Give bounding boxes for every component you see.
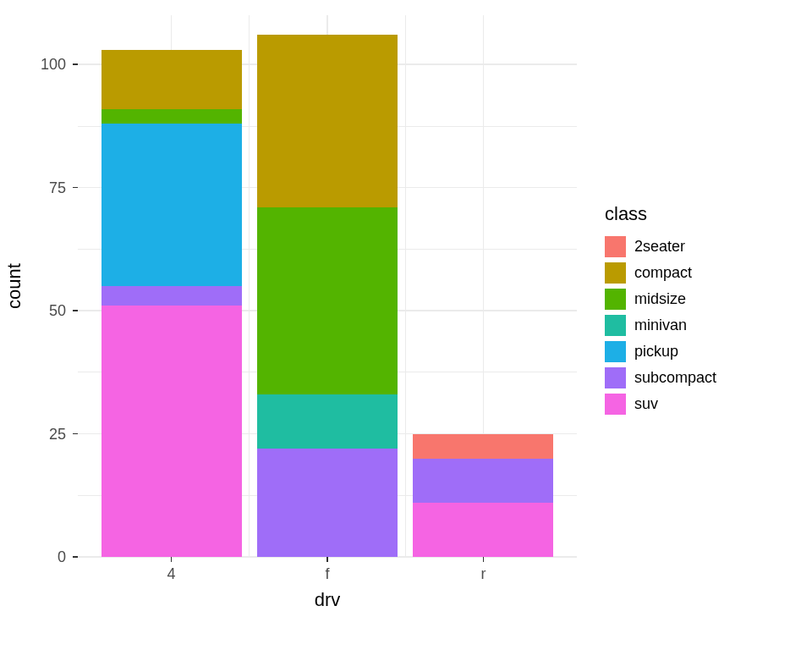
y-tick-mark — [73, 556, 78, 557]
legend-item-suv: suv — [605, 391, 716, 417]
bar-seg-compact — [257, 35, 398, 207]
bar-seg-suv — [102, 306, 242, 557]
bar-seg-subcompact — [102, 286, 242, 306]
legend-item-compact: compact — [605, 260, 716, 286]
legend-key-midsize — [605, 289, 626, 310]
bar-seg-minivan — [257, 394, 398, 449]
legend-item-2seater: 2seater — [605, 234, 716, 260]
gridline-v-minor — [249, 15, 250, 557]
y-tick-mark — [73, 310, 78, 311]
legend-key-pickup — [605, 341, 626, 362]
legend-label: minivan — [634, 317, 687, 334]
bar-r — [413, 434, 553, 557]
legend-item-midsize: midsize — [605, 286, 716, 312]
legend-item-subcompact: subcompact — [605, 365, 716, 391]
bar-seg-midsize — [257, 207, 398, 394]
legend-key-minivan — [605, 315, 626, 336]
gridline-v-minor — [405, 15, 406, 557]
y-tick-label: 100 — [0, 56, 66, 74]
x-tick-label: f — [325, 565, 329, 583]
bar-seg-midsize — [102, 109, 242, 124]
legend-item-pickup: pickup — [605, 339, 716, 365]
bar-seg-pickup — [102, 124, 242, 286]
legend-title: class — [605, 203, 716, 225]
x-tick-mark — [326, 557, 327, 562]
chart-figure: 0255075100 4fr drv count class 2seaterco… — [0, 0, 812, 650]
bar-seg-suv — [413, 503, 553, 557]
bar-4 — [102, 50, 242, 557]
y-axis-title: count — [3, 263, 25, 309]
legend-key-compact — [605, 262, 626, 284]
x-axis-title: drv — [302, 589, 353, 611]
x-tick-mark — [171, 557, 172, 562]
bar-seg-2seater — [413, 434, 553, 459]
x-tick-label: r — [480, 565, 486, 583]
bar-f — [257, 35, 398, 557]
x-tick-label: 4 — [167, 565, 176, 583]
y-tick-mark — [73, 63, 78, 64]
bar-seg-subcompact — [257, 449, 398, 557]
legend-key-subcompact — [605, 367, 626, 388]
legend-label: compact — [634, 264, 692, 282]
y-tick-label: 75 — [0, 179, 66, 196]
legend-key-2seater — [605, 236, 626, 257]
y-tick-label: 25 — [0, 425, 66, 443]
legend-label: midsize — [634, 290, 686, 308]
y-tick-mark — [73, 187, 78, 188]
plot-panel — [78, 15, 577, 557]
legend-label: suv — [634, 395, 658, 413]
legend-key-suv — [605, 394, 626, 415]
legend-label: pickup — [634, 343, 678, 361]
x-tick-mark — [483, 557, 484, 562]
legend-label: subcompact — [634, 369, 716, 387]
y-tick-mark — [73, 433, 78, 434]
legend-label: 2seater — [634, 238, 685, 256]
bar-seg-compact — [102, 50, 242, 109]
y-tick-label: 0 — [0, 548, 66, 566]
legend: class 2seatercompactmidsizeminivanpickup… — [605, 203, 716, 417]
bar-seg-subcompact — [413, 459, 553, 503]
legend-item-minivan: minivan — [605, 312, 716, 339]
